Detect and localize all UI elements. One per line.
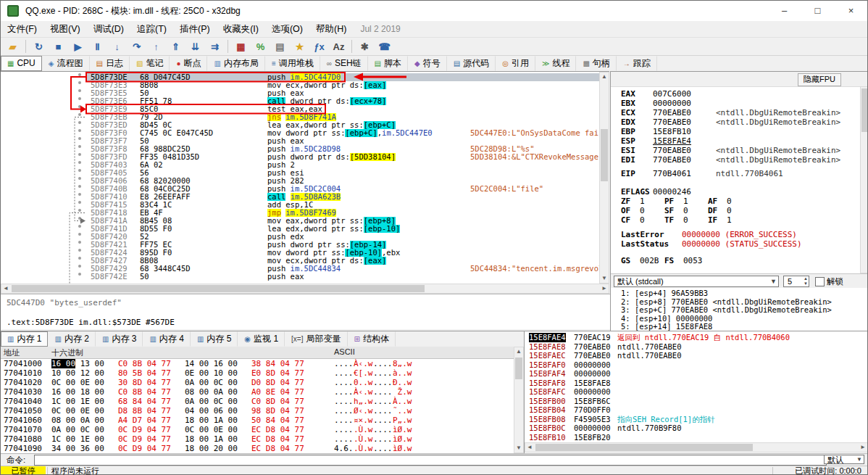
memory-row[interactable]: 770410700A 00 0C 000C D9 04 770C 00 0E 0… xyxy=(1,425,512,434)
trace-coverage-button[interactable]: % xyxy=(251,38,270,56)
calling-convention-select[interactable]: 默认 (stdcall)▼ xyxy=(614,276,779,287)
stack-row[interactable]: 15E8FAF400000000 xyxy=(525,369,868,379)
menu-item[interactable]: 收藏夹(I) xyxy=(217,21,265,37)
memory-row[interactable]: 7704100016 00 13 00C0 8B 04 7714 00 16 0… xyxy=(1,359,512,368)
disasm-row[interactable]: 5D8F73ED8D45 0Clea eax,dword ptr ss:[ebp… xyxy=(1,121,599,129)
command-input[interactable] xyxy=(34,455,827,466)
register-eflags[interactable]: EFLAGS00000246 xyxy=(621,187,691,197)
scroll-right-arrow[interactable]: ► xyxy=(859,443,867,452)
register-esi[interactable]: ESI770EABE0<ntdll.DbgUiRemoteBreakin> xyxy=(621,146,840,155)
run-button[interactable]: ▶ xyxy=(69,38,87,56)
stack-horizontal-scrollbar[interactable]: ◄ ► xyxy=(525,442,868,453)
scroll-down-arrow[interactable]: ▼ xyxy=(514,444,523,453)
assembler-button[interactable]: ƒx xyxy=(310,38,328,56)
scroll-thumb[interactable] xyxy=(535,444,753,451)
tab-watch-1[interactable]: ◉监视 1 xyxy=(238,331,285,347)
argument-row[interactable]: 5: [esp+14] 15E8FAE8 xyxy=(611,323,868,331)
tab-call-stack[interactable]: ≡调用堆栈 xyxy=(265,56,320,71)
tab-references[interactable]: ◎引用 xyxy=(496,56,535,71)
trace-into-button[interactable]: ⇊ xyxy=(186,38,204,56)
stack-row[interactable]: 15E8FB1015E8FB20 xyxy=(525,433,868,442)
scroll-up-arrow[interactable]: ▲ xyxy=(600,73,609,81)
scroll-thumb[interactable] xyxy=(601,129,608,181)
disasm-row[interactable]: 5D8F742052push edx xyxy=(1,233,599,241)
command-mode-select[interactable]: 默认▼ xyxy=(824,455,864,464)
stack-row[interactable]: 15E8FAE8770EABE0ntdll.770EABE0 xyxy=(525,342,868,352)
menu-item[interactable]: 插件(P) xyxy=(173,21,217,37)
maximize-button[interactable]: □ xyxy=(801,1,834,21)
tab-memory-3[interactable]: ▥内存 3 xyxy=(96,331,143,347)
scroll-right-arrow[interactable]: ► xyxy=(600,284,609,293)
tab-handles[interactable]: ▩句柄 xyxy=(576,56,616,71)
restart-button[interactable]: ↻ xyxy=(30,38,48,56)
patches-button[interactable]: ▦ xyxy=(232,38,250,56)
log-button[interactable]: ▤ xyxy=(271,38,289,56)
disasm-row[interactable]: 5D8F73E38B08mov ecx,dword ptr ds:[eax] xyxy=(1,81,599,89)
menu-item[interactable]: 文件(F) xyxy=(1,21,43,37)
memory-row[interactable]: 7704103016 00 18 00C0 8B 04 7708 00 0A 0… xyxy=(1,387,512,397)
tab-seh-chain[interactable]: ∞SEH链 xyxy=(320,56,368,71)
disasm-row[interactable]: 5D8F73E985C0test eax,eax xyxy=(1,105,599,113)
tab-source[interactable]: ▤源代码 xyxy=(447,56,496,71)
tab-memory-map[interactable]: ▥内存布局 xyxy=(207,56,264,71)
disasm-row[interactable]: 5D8F742E50push eax xyxy=(1,273,599,281)
stack-row[interactable]: 15E8FAF000000000 xyxy=(525,360,868,370)
minimize-button[interactable]: – xyxy=(768,1,801,21)
execute-till-return-button[interactable]: ↑ xyxy=(147,38,165,56)
tab-trace[interactable]: →跟踪 xyxy=(617,56,657,71)
disasm-row[interactable]: 5D8F73FDFF35 0481D35Dpush dword ptr ds:[… xyxy=(1,153,599,161)
memory-row[interactable]: 7704101010 00 12 0080 5B 04 770E 00 10 0… xyxy=(1,368,512,378)
tab-memory-1[interactable]: ▥内存 1 xyxy=(1,331,48,347)
tab-threads[interactable]: ≫线程 xyxy=(535,56,576,71)
disasm-row[interactable]: 5D8F73E6FF51 78call dword ptr ds:[ecx+78… xyxy=(1,97,599,105)
pause-button[interactable]: Ⅱ xyxy=(88,38,107,56)
disasm-row[interactable]: 5D8F7410E8 26EEFAFFcall im.5D8A623B xyxy=(1,193,599,201)
scroll-thumb[interactable] xyxy=(515,358,522,379)
register-esp[interactable]: ESP15E8FAE4 xyxy=(621,136,691,146)
tab-memory-5[interactable]: ▥内存 5 xyxy=(191,331,238,347)
step-over-button[interactable]: ↷ xyxy=(128,38,146,56)
stack-row[interactable]: 15E8FAFC00000000 xyxy=(525,387,868,397)
memory-vertical-scrollbar[interactable]: ▲ ▼ xyxy=(514,347,524,453)
tab-breakpoints[interactable]: ●断点 xyxy=(170,56,207,71)
tab-cpu[interactable]: ▦CPU xyxy=(1,56,42,71)
argument-row[interactable]: 3: [esp+C] 770EABE0 <ntdll.DbgUiRemoteBr… xyxy=(611,306,868,315)
disassembly-horizontal-scrollbar[interactable]: ◄ ► xyxy=(1,284,609,294)
stack-row[interactable]: 15E8FB0015E8FB6C xyxy=(525,397,868,406)
register-edi[interactable]: EDI770EABE0<ntdll.DbgUiRemoteBreakin> xyxy=(621,155,840,165)
registers-scrollbar[interactable] xyxy=(860,86,868,273)
unlock-checkbox[interactable] xyxy=(815,277,825,286)
argument-count-stepper[interactable]: 5▲▼ xyxy=(783,276,809,287)
tab-notes[interactable]: ▧笔记 xyxy=(130,56,170,71)
stack-row[interactable]: 15E8FB0C00000000ntdll.770B9F80 xyxy=(525,424,868,433)
scroll-thumb[interactable] xyxy=(861,88,867,132)
memory-row[interactable]: 770410801C 00 1E 000C D9 04 7718 00 1A 0… xyxy=(1,434,512,444)
disasm-row[interactable]: 5D8F742968 3448C45Dpush im.5DC448345DC44… xyxy=(1,265,599,273)
memory-row[interactable]: 7704106008 00 0A 00A4 D7 04 7718 00 1A 0… xyxy=(1,416,512,425)
argument-row[interactable]: 1: [esp+4] 96A59BB3 xyxy=(611,289,868,298)
disassembly-vertical-scrollbar[interactable]: ▲ ▼ xyxy=(599,72,609,284)
close-button[interactable]: × xyxy=(835,1,867,21)
scroll-left-arrow[interactable]: ◄ xyxy=(1,284,10,293)
menu-item[interactable]: 调试(D) xyxy=(87,21,130,37)
disasm-row[interactable]: 5D8F73EB79 2Djns im.5D8F741A xyxy=(1,113,599,121)
disasm-row[interactable]: 5D8F73F0C745 0C E047C45Dmov dword ptr ss… xyxy=(1,129,599,137)
run-to-user-code-button[interactable]: ⇑ xyxy=(167,38,185,56)
tab-memory-2[interactable]: ▥内存 2 xyxy=(48,331,95,347)
memory-row[interactable]: 770410401C 00 1E 0068 84 04 770A 00 0C 0… xyxy=(1,397,512,406)
disasm-row[interactable]: 5D8F7421FF75 ECpush dword ptr ss:[ebp-14… xyxy=(1,241,599,249)
font-button[interactable]: Az xyxy=(330,38,348,56)
register-eip[interactable]: EIP770B4061ntdll.770B4061 xyxy=(621,169,783,178)
tab-locals[interactable]: [x=]局部变量 xyxy=(285,331,347,347)
stack-row[interactable]: 15E8FAEC770EABE0ntdll.770EABE0 xyxy=(525,351,868,360)
register-edx[interactable]: EDX770EABE0<ntdll.DbgUiRemoteBreakin> xyxy=(621,117,840,127)
disasm-row[interactable]: 5D8F73DE68 D047C45Dpush im.5DC447D0 xyxy=(1,73,599,81)
menu-item[interactable]: 视图(V) xyxy=(43,21,87,37)
scroll-down-arrow[interactable]: ▼ xyxy=(600,274,609,283)
register-eax[interactable]: EAX007C6000 xyxy=(621,89,691,99)
menu-item[interactable]: 选项(O) xyxy=(265,21,309,37)
settings-button[interactable]: ✱ xyxy=(356,38,374,56)
disasm-row[interactable]: 5D8F741D8D55 F0lea edx,dword ptr ss:[ebp… xyxy=(1,225,599,233)
disasm-row[interactable]: 5D8F73F868 988DC25Dpush im.5DC28D985DC28… xyxy=(1,145,599,153)
tab-struct[interactable]: ⊞结构体 xyxy=(348,331,396,347)
